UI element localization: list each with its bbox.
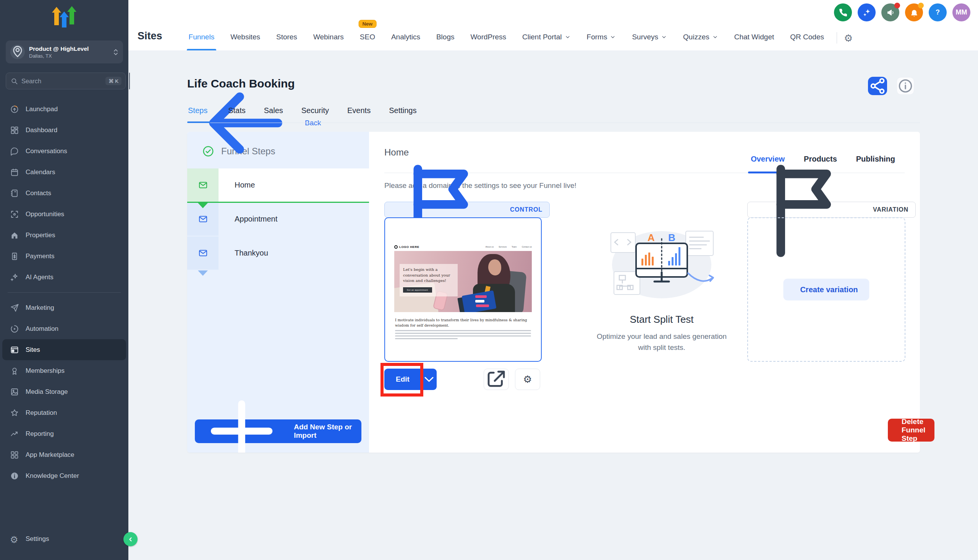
funnel-tab-steps[interactable]: Steps (187, 102, 219, 123)
top-tab-label: Client Portal (522, 33, 562, 41)
sidebar-item-label: Launchpad (26, 105, 58, 113)
sidebar-item-automation[interactable]: Automation (2, 318, 126, 339)
top-tab-client-portal[interactable]: Client Portal (514, 33, 579, 50)
highlevel-logo (0, 5, 128, 32)
sidebar-item-label: Calendars (26, 168, 55, 176)
top-tab-webinars[interactable]: Webinars (305, 33, 352, 50)
location-switcher[interactable]: Product @ HighLevel Dallas, TX (6, 40, 123, 63)
star-icon (10, 408, 19, 418)
sidebar-item-label: Automation (26, 325, 58, 333)
funnel-tab-sales[interactable]: Sales (255, 102, 292, 123)
megaphone-icon (886, 8, 895, 17)
delete-funnel-step-button[interactable]: Delete Funnel Step (888, 419, 935, 442)
chevron-up-down-icon (113, 48, 118, 56)
create-variation-button[interactable]: Create variation (783, 279, 869, 301)
envelope-icon (198, 180, 208, 190)
sidebar-item-payments[interactable]: Payments (2, 246, 126, 267)
open-page-button[interactable] (484, 368, 509, 390)
sidebar-item-calendars[interactable]: Calendars (2, 162, 126, 183)
phone-button[interactable] (834, 3, 852, 22)
top-tab-surveys[interactable]: Surveys (624, 33, 675, 50)
share-button[interactable] (868, 77, 887, 95)
sidebar-item-label: Opportunities (26, 210, 64, 218)
sidebar-item-ai-agents[interactable]: AI Agents (2, 267, 126, 288)
info-button[interactable] (896, 77, 914, 95)
sidebar-item-settings[interactable]: ⚙ Settings (2, 528, 126, 549)
variation-badge: VARIATION (747, 202, 916, 218)
page-preview-thumbnail[interactable]: LOGO HERE About usServicesTeamContact us (384, 217, 542, 362)
sidebar-item-contacts[interactable]: Contacts (2, 183, 126, 203)
sites-settings-gear-icon[interactable]: ⚙ (844, 32, 853, 50)
sidebar-item-knowledge-center[interactable]: Knowledge Center (2, 465, 126, 486)
top-tab-quizzes[interactable]: Quizzes (675, 33, 726, 50)
sidebar-item-app-marketplace[interactable]: App Marketplace (2, 444, 126, 465)
edit-button[interactable]: Edit (384, 368, 421, 390)
search-input[interactable] (22, 78, 105, 85)
top-tab-wordpress[interactable]: WordPress (462, 33, 514, 50)
funnel-tab-events[interactable]: Events (338, 102, 380, 123)
sidebar-item-media-storage[interactable]: Media Storage (2, 381, 126, 402)
funnel-step-label: Appointment (218, 202, 369, 236)
svg-text:A: A (648, 232, 655, 243)
funnel-step-appointment[interactable]: Appointment (187, 202, 369, 236)
trend-icon (10, 429, 19, 438)
add-new-step-button[interactable]: Add New Step or Import (195, 420, 362, 443)
phone-icon (838, 8, 848, 17)
app-header: ?MM Sites FunnelsWebsitesStoresWebinarsN… (128, 0, 978, 50)
location-city: Dallas, TX (29, 53, 113, 59)
funnel-tab-security[interactable]: Security (292, 102, 338, 123)
sidebar-item-label: Knowledge Center (26, 472, 79, 480)
sidebar-item-opportunities[interactable]: Opportunities (2, 203, 126, 225)
top-tab-label: Funnels (189, 33, 215, 41)
funnel-tab-settings[interactable]: Settings (380, 102, 426, 123)
sidebar-item-properties[interactable]: Properties (2, 225, 126, 246)
sidebar-item-reputation[interactable]: Reputation (2, 402, 126, 423)
preview-headline: Let's begin with a conversation about yo… (403, 267, 454, 284)
chevron-down-icon (661, 34, 667, 40)
announcements-button[interactable] (881, 3, 899, 22)
bell-icon (910, 8, 919, 17)
sidebar-search[interactable]: ⌘ K (6, 73, 126, 89)
top-tab-label: WordPress (470, 33, 506, 41)
quick-actions-button[interactable] (129, 73, 130, 89)
chevron-down-icon (610, 34, 616, 40)
top-tab-qr-codes[interactable]: QR Codes (782, 33, 832, 50)
sidebar-item-label: Dashboard (26, 127, 57, 134)
control-badge: CONTROL (384, 202, 550, 218)
top-tab-stores[interactable]: Stores (268, 33, 305, 50)
funnel-tab-stats[interactable]: Stats (219, 102, 255, 123)
sidebar-item-dashboard[interactable]: Dashboard (2, 120, 126, 140)
top-tab-label: Stores (276, 33, 297, 41)
preview-nav-item: Contact us (522, 246, 532, 248)
sidebar-item-launchpad[interactable]: Launchpad (2, 98, 126, 120)
top-tab-funnels[interactable]: Funnels (181, 33, 223, 50)
sidebar-item-conversations[interactable]: Conversations (2, 140, 126, 162)
sidebar-nav: LaunchpadDashboardConversationsCalendars… (2, 98, 126, 486)
top-tab-seo[interactable]: NewSEO (352, 33, 383, 50)
top-tab-websites[interactable]: Websites (222, 33, 268, 50)
help-button[interactable]: ? (929, 3, 947, 22)
account-button[interactable]: MM (952, 3, 970, 22)
top-tab-forms[interactable]: Forms (579, 33, 624, 50)
edit-dropdown-button[interactable] (421, 368, 437, 390)
sidebar-item-reporting[interactable]: Reporting (2, 423, 126, 444)
sidebar-item-sites[interactable]: Sites (2, 339, 126, 360)
sidebar-collapse-button[interactable] (123, 532, 138, 546)
automation-icon (10, 324, 19, 333)
notifications-button[interactable] (905, 3, 923, 22)
gear-icon: ⚙ (523, 373, 532, 385)
sidebar-item-marketing[interactable]: Marketing (2, 297, 126, 318)
top-tab-blogs[interactable]: Blogs (428, 33, 463, 50)
top-tab-chat-widget[interactable]: Chat Widget (726, 33, 782, 50)
sidebar-item-label: Reputation (26, 409, 57, 417)
funnel-step-thankyou[interactable]: Thankyou (187, 237, 369, 270)
preview-nav: About usServicesTeamContact us (485, 246, 532, 248)
top-tab-analytics[interactable]: Analytics (383, 33, 428, 50)
sidebar-item-label: Media Storage (26, 388, 68, 396)
sidebar-item-label: Properties (26, 232, 55, 239)
ai-assistant-button[interactable] (858, 3, 876, 22)
step-settings-button[interactable]: ⚙ (515, 368, 540, 390)
sidebar-item-memberships[interactable]: Memberships (2, 360, 126, 381)
chevron-down-icon (712, 34, 718, 40)
contacts-icon (10, 189, 19, 198)
